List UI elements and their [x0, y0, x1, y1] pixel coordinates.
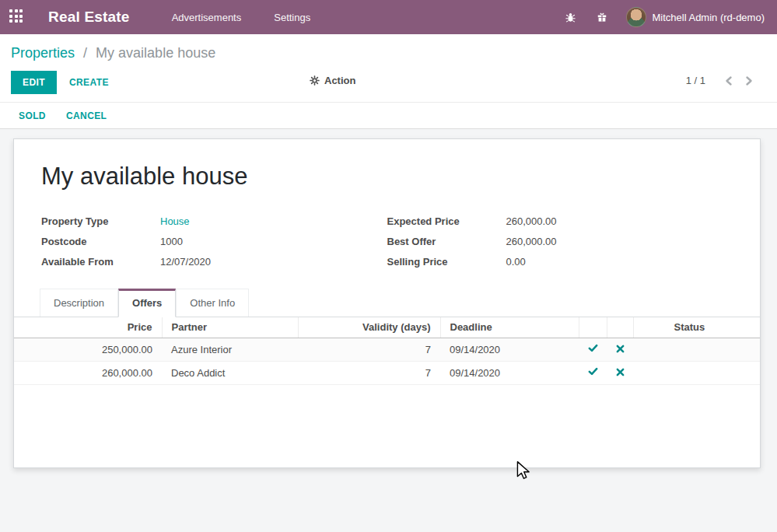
field-label-best-offer: Best Offer — [387, 236, 506, 247]
offer-partner: Azure Interior — [162, 338, 298, 361]
pager-previous-icon[interactable] — [724, 75, 733, 86]
offer-price: 260,000.00 — [14, 361, 162, 384]
column-header-accept — [579, 317, 607, 338]
app-name-menu[interactable]: Real Estate — [48, 9, 130, 26]
offer-deadline: 09/14/2020 — [440, 361, 579, 384]
refuse-offer-button[interactable] — [613, 366, 628, 380]
accept-offer-button[interactable] — [585, 341, 601, 357]
tab-description[interactable]: Description — [40, 289, 118, 317]
column-header-deadline[interactable]: Deadline — [440, 317, 579, 338]
edit-button[interactable]: EDIT — [11, 71, 57, 94]
offer-row-deco-addict[interactable]: 260,000.00 Deco Addict 7 09/14/2020 — [14, 361, 761, 384]
offer-deadline: 09/14/2020 — [440, 338, 579, 361]
offers-table-header-row: Price Partner Validity (days) Deadline S… — [14, 317, 761, 338]
accept-offer-button[interactable] — [585, 365, 601, 380]
field-groups: Property Type House Postcode 1000 Availa… — [41, 215, 733, 268]
breadcrumb-separator: / — [83, 45, 87, 61]
field-value-best-offer: 260,000.00 — [506, 236, 733, 247]
action-menu-button[interactable]: Action — [310, 75, 355, 86]
field-value-available-from: 12/07/2020 — [160, 256, 387, 268]
nav-menu-advertisements[interactable]: Advertisements — [172, 12, 242, 23]
offer-row-azure-interior[interactable]: 250,000.00 Azure Interior 7 09/14/2020 — [14, 338, 761, 361]
offer-validity: 7 — [298, 338, 440, 361]
field-value-expected-price: 260,000.00 — [506, 215, 733, 227]
column-header-status[interactable]: Status — [633, 317, 761, 338]
field-value-postcode: 1000 — [160, 236, 387, 247]
pager-count: 1 / 1 — [686, 75, 705, 86]
top-navbar: Real Estate Advertisements Settings Mitc… — [0, 0, 777, 34]
sold-button[interactable]: SOLD — [19, 110, 46, 121]
field-value-property-type[interactable]: House — [160, 215, 387, 227]
field-label-expected-price: Expected Price — [387, 215, 506, 227]
breadcrumb-current: My available house — [96, 45, 215, 61]
offers-table: Price Partner Validity (days) Deadline S… — [14, 317, 761, 385]
nav-menu-settings[interactable]: Settings — [274, 12, 310, 23]
column-header-partner[interactable]: Partner — [162, 317, 298, 338]
notebook-tabs: Description Offers Other Info — [14, 289, 760, 317]
offer-partner: Deco Addict — [162, 361, 298, 384]
user-avatar[interactable] — [626, 7, 646, 27]
cancel-button[interactable]: CANCEL — [66, 110, 107, 121]
bug-icon[interactable] — [565, 12, 576, 23]
tab-offers[interactable]: Offers — [118, 289, 176, 317]
offer-price: 250,000.00 — [14, 338, 162, 361]
field-label-available-from: Available From — [41, 256, 160, 268]
pager-next-icon[interactable] — [744, 75, 754, 86]
action-menu-label: Action — [324, 75, 355, 86]
offer-status — [633, 338, 761, 361]
breadcrumb-properties-link[interactable]: Properties — [11, 45, 75, 61]
field-label-selling-price: Selling Price — [387, 256, 506, 268]
create-button[interactable]: CREATE — [69, 77, 109, 88]
breadcrumb: Properties / My available house — [11, 45, 765, 61]
form-sheet: My available house Property Type House P… — [13, 138, 761, 468]
gear-icon — [310, 75, 320, 86]
property-title: My available house — [41, 163, 733, 191]
control-panel: Properties / My available house EDIT CRE… — [0, 34, 777, 102]
tab-other-info[interactable]: Other Info — [176, 289, 249, 317]
field-group-right: Expected Price 260,000.00 Best Offer 260… — [387, 215, 733, 268]
field-value-selling-price: 0.00 — [506, 256, 733, 268]
field-group-left: Property Type House Postcode 1000 Availa… — [41, 215, 387, 268]
user-menu[interactable]: Mitchell Admin (rd-demo) — [653, 12, 765, 23]
column-header-refuse — [607, 317, 633, 338]
apps-grid-icon[interactable] — [9, 9, 25, 25]
gift-icon[interactable] — [597, 12, 607, 23]
refuse-offer-button[interactable] — [613, 342, 628, 357]
field-label-property-type: Property Type — [41, 215, 160, 227]
field-label-postcode: Postcode — [41, 236, 160, 247]
column-header-price[interactable]: Price — [14, 317, 162, 338]
column-header-validity[interactable]: Validity (days) — [298, 317, 440, 338]
offer-validity: 7 — [298, 361, 440, 384]
form-statusbar: SOLD CANCEL — [0, 102, 777, 129]
offer-status — [633, 361, 761, 384]
